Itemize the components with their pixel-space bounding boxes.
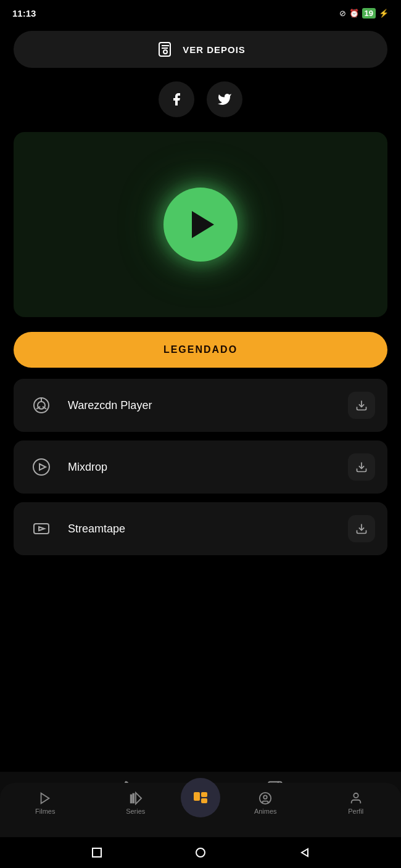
twitter-button[interactable] bbox=[207, 81, 242, 117]
battery-level: 19 bbox=[362, 8, 376, 19]
svg-rect-20 bbox=[194, 792, 200, 801]
android-nav-bar bbox=[0, 837, 401, 868]
legendado-label: LEGENDADO bbox=[163, 344, 238, 355]
download-icon-3 bbox=[355, 523, 368, 535]
series-label: Series bbox=[126, 808, 145, 815]
svg-point-24 bbox=[264, 795, 268, 799]
svg-marker-16 bbox=[41, 793, 49, 804]
android-home-button[interactable] bbox=[193, 845, 208, 860]
svg-marker-17 bbox=[131, 795, 132, 803]
player-row-warezcdn[interactable]: Warezcdn Player bbox=[14, 379, 387, 432]
svg-rect-26 bbox=[93, 848, 101, 857]
bottom-nav: Filmes Series Animes Perfil bbox=[0, 783, 401, 837]
filmes-label: Filmes bbox=[35, 808, 55, 815]
nav-item-series[interactable]: Series bbox=[91, 792, 181, 815]
charging-icon: ⚡ bbox=[379, 9, 389, 18]
video-player[interactable] bbox=[14, 132, 387, 317]
android-back-icon bbox=[299, 847, 310, 858]
warezcdn-icon bbox=[26, 390, 57, 421]
mixdrop-name: Mixdrop bbox=[68, 461, 337, 474]
android-square-button[interactable] bbox=[89, 845, 104, 860]
status-icons: ⊘ ⏰ 19 ⚡ bbox=[339, 8, 389, 19]
android-back-button[interactable] bbox=[297, 845, 312, 860]
svg-rect-22 bbox=[201, 798, 207, 803]
streamtape-download-button[interactable] bbox=[348, 515, 375, 542]
social-buttons bbox=[14, 81, 387, 117]
filmes-icon bbox=[38, 792, 52, 805]
streamtape-name: Streamtape bbox=[68, 523, 337, 535]
watchlist-icon bbox=[155, 39, 175, 59]
svg-point-25 bbox=[353, 793, 358, 798]
perfil-icon bbox=[349, 792, 363, 805]
ver-depois-label: VER DEPOIS bbox=[183, 44, 246, 55]
warezcdn-download-button[interactable] bbox=[348, 392, 375, 419]
svg-marker-11 bbox=[39, 464, 46, 470]
svg-marker-18 bbox=[133, 794, 134, 803]
streamtape-icon bbox=[26, 513, 57, 544]
svg-marker-19 bbox=[136, 793, 141, 804]
download-icon bbox=[355, 399, 368, 411]
nav-item-perfil[interactable]: Perfil bbox=[311, 792, 402, 815]
animes-label: Animes bbox=[254, 808, 277, 815]
play-triangle-icon bbox=[192, 211, 214, 238]
status-time: 11:13 bbox=[12, 8, 36, 19]
svg-marker-28 bbox=[302, 849, 308, 856]
status-bar: 11:13 ⊘ ⏰ 19 ⚡ bbox=[0, 0, 401, 25]
nav-item-home[interactable] bbox=[181, 778, 220, 817]
animes-icon bbox=[258, 792, 272, 805]
android-home-icon bbox=[195, 847, 206, 858]
mixdrop-download-button[interactable] bbox=[348, 453, 375, 481]
player-row-mixdrop[interactable]: Mixdrop bbox=[14, 440, 387, 494]
svg-rect-21 bbox=[201, 792, 207, 797]
facebook-button[interactable] bbox=[159, 81, 194, 117]
warezcdn-name: Warezcdn Player bbox=[68, 399, 337, 412]
android-square-icon bbox=[91, 847, 102, 858]
perfil-label: Perfil bbox=[348, 808, 363, 815]
svg-point-1 bbox=[163, 50, 167, 54]
svg-rect-13 bbox=[34, 524, 49, 534]
twitter-icon bbox=[217, 92, 232, 107]
nav-item-animes[interactable]: Animes bbox=[220, 792, 311, 815]
series-icon bbox=[129, 792, 143, 805]
home-center-icon bbox=[191, 788, 210, 807]
main-content: VER DEPOIS LEGENDADO bbox=[0, 25, 401, 555]
mixdrop-icon bbox=[26, 452, 57, 482]
svg-marker-14 bbox=[39, 527, 44, 531]
play-button[interactable] bbox=[163, 188, 238, 262]
player-row-streamtape[interactable]: Streamtape bbox=[14, 502, 387, 555]
dnd-icon: ⊘ bbox=[339, 9, 346, 18]
legendado-button[interactable]: LEGENDADO bbox=[14, 332, 387, 368]
nav-item-filmes[interactable]: Filmes bbox=[0, 792, 91, 815]
svg-point-27 bbox=[196, 848, 205, 857]
facebook-icon bbox=[169, 92, 184, 107]
download-icon-2 bbox=[355, 461, 368, 473]
alarm-icon: ⏰ bbox=[349, 9, 359, 18]
ver-depois-button[interactable]: VER DEPOIS bbox=[14, 31, 387, 68]
